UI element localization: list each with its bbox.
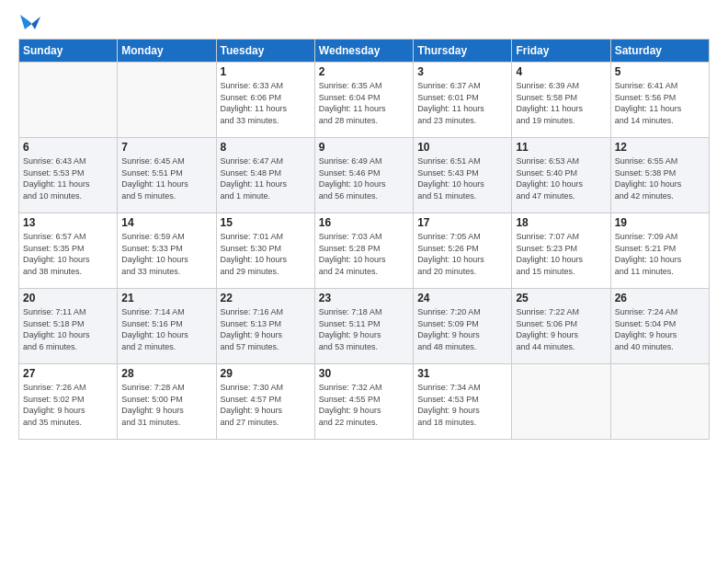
calendar-day-cell: 12Sunrise: 6:55 AM Sunset: 5:38 PM Dayli… [610,138,709,213]
calendar-day-cell: 5Sunrise: 6:41 AM Sunset: 5:56 PM Daylig… [610,63,709,138]
day-detail: Sunrise: 7:05 AM Sunset: 5:26 PM Dayligh… [417,231,507,277]
calendar-week-row: 27Sunrise: 7:26 AM Sunset: 5:02 PM Dayli… [19,364,710,440]
svg-marker-1 [20,15,30,29]
day-detail: Sunrise: 6:59 AM Sunset: 5:33 PM Dayligh… [121,231,211,277]
calendar-day-cell: 1Sunrise: 6:33 AM Sunset: 6:06 PM Daylig… [216,63,314,138]
day-number: 15 [221,216,311,229]
day-number: 13 [23,216,113,229]
day-number: 5 [615,65,705,78]
calendar-day-cell: 25Sunrise: 7:22 AM Sunset: 5:06 PM Dayli… [512,289,610,364]
day-number: 30 [319,367,409,380]
day-number: 4 [516,65,606,78]
calendar-day-cell [610,364,709,440]
day-detail: Sunrise: 6:35 AM Sunset: 6:04 PM Dayligh… [319,80,409,126]
calendar-day-cell: 26Sunrise: 7:24 AM Sunset: 5:04 PM Dayli… [610,289,709,364]
day-number: 25 [516,292,606,304]
calendar-day-cell: 28Sunrise: 7:28 AM Sunset: 5:00 PM Dayli… [118,364,216,440]
day-number: 2 [319,65,409,78]
calendar-day-cell [512,364,610,440]
day-detail: Sunrise: 7:28 AM Sunset: 5:00 PM Dayligh… [121,382,211,428]
weekday-header: Thursday [414,40,512,63]
calendar-day-cell: 27Sunrise: 7:26 AM Sunset: 5:02 PM Dayli… [19,364,118,440]
day-number: 6 [23,141,113,154]
day-number: 8 [221,141,311,154]
day-number: 17 [417,216,507,229]
calendar-day-cell [118,63,216,138]
day-detail: Sunrise: 6:43 AM Sunset: 5:53 PM Dayligh… [23,155,113,201]
calendar-day-cell: 18Sunrise: 7:07 AM Sunset: 5:23 PM Dayli… [512,213,610,289]
weekday-header: Tuesday [216,40,314,63]
day-number: 24 [417,292,507,304]
day-number: 9 [319,141,409,154]
calendar-day-cell: 19Sunrise: 7:09 AM Sunset: 5:21 PM Dayli… [610,213,709,289]
day-number: 28 [121,367,211,380]
day-detail: Sunrise: 7:14 AM Sunset: 5:16 PM Dayligh… [121,306,211,352]
logo-bird-icon [20,13,40,29]
calendar-day-cell: 3Sunrise: 6:37 AM Sunset: 6:01 PM Daylig… [414,63,512,138]
day-detail: Sunrise: 7:26 AM Sunset: 5:02 PM Dayligh… [23,382,113,428]
day-number: 20 [23,292,113,304]
calendar-day-cell: 17Sunrise: 7:05 AM Sunset: 5:26 PM Dayli… [414,213,512,289]
day-detail: Sunrise: 7:11 AM Sunset: 5:18 PM Dayligh… [23,306,113,352]
day-number: 26 [615,292,705,304]
day-detail: Sunrise: 6:53 AM Sunset: 5:40 PM Dayligh… [516,155,606,201]
day-detail: Sunrise: 7:30 AM Sunset: 4:57 PM Dayligh… [221,382,311,428]
day-detail: Sunrise: 7:24 AM Sunset: 5:04 PM Dayligh… [615,306,705,352]
calendar-day-cell: 21Sunrise: 7:14 AM Sunset: 5:16 PM Dayli… [118,289,216,364]
calendar-day-cell: 13Sunrise: 6:57 AM Sunset: 5:35 PM Dayli… [19,213,118,289]
day-detail: Sunrise: 6:45 AM Sunset: 5:51 PM Dayligh… [121,155,211,201]
day-detail: Sunrise: 7:16 AM Sunset: 5:13 PM Dayligh… [221,306,311,352]
calendar-day-cell: 22Sunrise: 7:16 AM Sunset: 5:13 PM Dayli… [216,289,314,364]
day-detail: Sunrise: 6:33 AM Sunset: 6:06 PM Dayligh… [221,80,311,126]
day-number: 18 [516,216,606,229]
day-detail: Sunrise: 7:18 AM Sunset: 5:11 PM Dayligh… [319,306,409,352]
calendar-day-cell: 24Sunrise: 7:20 AM Sunset: 5:09 PM Dayli… [414,289,512,364]
day-number: 14 [121,216,211,229]
day-number: 3 [417,65,507,78]
calendar-day-cell: 8Sunrise: 6:47 AM Sunset: 5:48 PM Daylig… [216,138,314,213]
day-detail: Sunrise: 6:55 AM Sunset: 5:38 PM Dayligh… [615,155,705,201]
day-detail: Sunrise: 7:07 AM Sunset: 5:23 PM Dayligh… [516,231,606,277]
day-number: 29 [221,367,311,380]
day-number: 10 [417,141,507,154]
calendar-day-cell: 30Sunrise: 7:32 AM Sunset: 4:55 PM Dayli… [314,364,413,440]
calendar-week-row: 20Sunrise: 7:11 AM Sunset: 5:18 PM Dayli… [19,289,710,364]
day-detail: Sunrise: 7:09 AM Sunset: 5:21 PM Dayligh… [615,231,705,277]
calendar-day-cell: 14Sunrise: 6:59 AM Sunset: 5:33 PM Dayli… [118,213,216,289]
day-number: 7 [121,141,211,154]
day-detail: Sunrise: 7:34 AM Sunset: 4:53 PM Dayligh… [417,382,507,428]
weekday-header: Saturday [610,40,709,63]
day-number: 1 [221,65,311,78]
calendar-week-row: 1Sunrise: 6:33 AM Sunset: 6:06 PM Daylig… [19,63,710,138]
day-number: 11 [516,141,606,154]
day-detail: Sunrise: 7:03 AM Sunset: 5:28 PM Dayligh… [319,231,409,277]
weekday-header: Monday [118,40,216,63]
calendar-day-cell [19,63,118,138]
calendar-day-cell: 7Sunrise: 6:45 AM Sunset: 5:51 PM Daylig… [118,138,216,213]
day-detail: Sunrise: 7:32 AM Sunset: 4:55 PM Dayligh… [319,382,409,428]
calendar-day-cell: 9Sunrise: 6:49 AM Sunset: 5:46 PM Daylig… [314,138,413,213]
calendar-day-cell: 2Sunrise: 6:35 AM Sunset: 6:04 PM Daylig… [314,63,413,138]
weekday-header: Sunday [19,40,118,63]
logo [18,15,40,29]
day-number: 23 [319,292,409,304]
calendar-day-cell: 20Sunrise: 7:11 AM Sunset: 5:18 PM Dayli… [19,289,118,364]
calendar-table: SundayMondayTuesdayWednesdayThursdayFrid… [18,39,710,440]
day-number: 19 [615,216,705,229]
day-detail: Sunrise: 6:47 AM Sunset: 5:48 PM Dayligh… [221,155,311,201]
calendar-day-cell: 4Sunrise: 6:39 AM Sunset: 5:58 PM Daylig… [512,63,610,138]
day-detail: Sunrise: 6:39 AM Sunset: 5:58 PM Dayligh… [516,80,606,126]
calendar-day-cell: 23Sunrise: 7:18 AM Sunset: 5:11 PM Dayli… [314,289,413,364]
day-number: 27 [23,367,113,380]
day-detail: Sunrise: 6:37 AM Sunset: 6:01 PM Dayligh… [417,80,507,126]
calendar-day-cell: 11Sunrise: 6:53 AM Sunset: 5:40 PM Dayli… [512,138,610,213]
day-number: 21 [121,292,211,304]
day-number: 16 [319,216,409,229]
day-detail: Sunrise: 6:51 AM Sunset: 5:43 PM Dayligh… [417,155,507,201]
calendar-header-row: SundayMondayTuesdayWednesdayThursdayFrid… [19,40,710,63]
day-detail: Sunrise: 6:57 AM Sunset: 5:35 PM Dayligh… [23,231,113,277]
day-detail: Sunrise: 6:41 AM Sunset: 5:56 PM Dayligh… [615,80,705,126]
day-number: 31 [417,367,507,380]
page-header [18,15,710,29]
calendar-day-cell: 31Sunrise: 7:34 AM Sunset: 4:53 PM Dayli… [414,364,512,440]
